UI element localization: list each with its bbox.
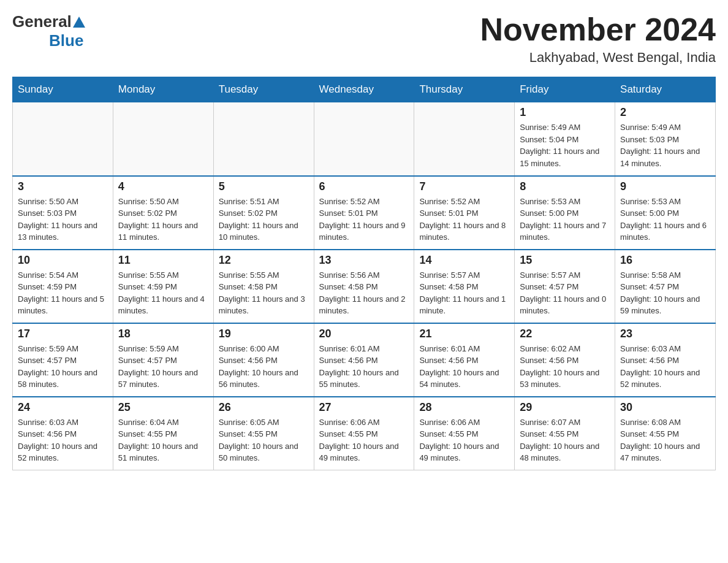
calendar-cell: 1Sunrise: 5:49 AMSunset: 5:04 PMDaylight…: [515, 102, 615, 176]
day-number: 28: [419, 401, 509, 414]
calendar-cell: 27Sunrise: 6:06 AMSunset: 4:55 PMDayligh…: [314, 397, 414, 470]
day-number: 12: [219, 254, 309, 267]
calendar-cell: 28Sunrise: 6:06 AMSunset: 4:55 PMDayligh…: [414, 397, 515, 470]
day-info: Sunrise: 6:03 AMSunset: 4:56 PMDaylight:…: [620, 343, 710, 391]
day-info: Sunrise: 5:52 AMSunset: 5:01 PMDaylight:…: [419, 196, 509, 243]
day-info: Sunrise: 5:50 AMSunset: 5:03 PMDaylight:…: [18, 196, 108, 243]
calendar-cell: 3Sunrise: 5:50 AMSunset: 5:03 PMDaylight…: [13, 176, 113, 250]
column-header-tuesday: Tuesday: [213, 77, 314, 102]
day-info: Sunrise: 6:01 AMSunset: 4:56 PMDaylight:…: [419, 343, 509, 391]
logo: General Blue: [12, 12, 86, 50]
column-header-monday: Monday: [113, 77, 213, 102]
day-number: 16: [620, 254, 710, 267]
day-number: 30: [620, 401, 710, 414]
page-header: General Blue November 2024 Lakhyabad, We…: [12, 12, 716, 66]
calendar-cell: [113, 102, 213, 176]
day-info: Sunrise: 5:49 AMSunset: 5:03 PMDaylight:…: [620, 121, 710, 169]
logo-triangle-icon: [73, 17, 85, 28]
calendar-cell: 16Sunrise: 5:58 AMSunset: 4:57 PMDayligh…: [615, 250, 716, 323]
calendar-cell: 22Sunrise: 6:02 AMSunset: 4:56 PMDayligh…: [515, 323, 615, 397]
day-number: 27: [319, 401, 409, 414]
logo-blue-text: Blue: [49, 31, 83, 50]
day-info: Sunrise: 6:02 AMSunset: 4:56 PMDaylight:…: [520, 343, 610, 391]
day-info: Sunrise: 5:54 AMSunset: 4:59 PMDaylight:…: [18, 269, 108, 317]
calendar-cell: 29Sunrise: 6:07 AMSunset: 4:55 PMDayligh…: [515, 397, 615, 470]
day-number: 9: [620, 180, 710, 193]
day-number: 18: [118, 327, 208, 340]
day-number: 17: [18, 327, 108, 340]
day-info: Sunrise: 6:07 AMSunset: 4:55 PMDaylight:…: [520, 416, 610, 464]
day-info: Sunrise: 5:57 AMSunset: 4:58 PMDaylight:…: [419, 269, 509, 317]
calendar-cell: 14Sunrise: 5:57 AMSunset: 4:58 PMDayligh…: [414, 250, 515, 323]
calendar-cell: 7Sunrise: 5:52 AMSunset: 5:01 PMDaylight…: [414, 176, 515, 250]
calendar-cell: [13, 102, 113, 176]
day-info: Sunrise: 5:53 AMSunset: 5:00 PMDaylight:…: [520, 196, 610, 243]
calendar-cell: 21Sunrise: 6:01 AMSunset: 4:56 PMDayligh…: [414, 323, 515, 397]
day-info: Sunrise: 5:59 AMSunset: 4:57 PMDaylight:…: [118, 343, 208, 391]
day-number: 23: [620, 327, 710, 340]
day-number: 3: [18, 180, 108, 193]
day-info: Sunrise: 6:00 AMSunset: 4:56 PMDaylight:…: [219, 343, 309, 391]
day-number: 15: [520, 254, 610, 267]
day-number: 26: [219, 401, 309, 414]
day-number: 4: [118, 180, 208, 193]
day-number: 19: [219, 327, 309, 340]
calendar-cell: 20Sunrise: 6:01 AMSunset: 4:56 PMDayligh…: [314, 323, 414, 397]
calendar-cell: 8Sunrise: 5:53 AMSunset: 5:00 PMDaylight…: [515, 176, 615, 250]
calendar-cell: 30Sunrise: 6:08 AMSunset: 4:55 PMDayligh…: [615, 397, 716, 470]
title-area: November 2024 Lakhyabad, West Bengal, In…: [480, 12, 716, 66]
day-info: Sunrise: 5:50 AMSunset: 5:02 PMDaylight:…: [118, 196, 208, 243]
logo-general-text: General: [12, 12, 72, 31]
day-info: Sunrise: 5:57 AMSunset: 4:57 PMDaylight:…: [520, 269, 610, 317]
day-info: Sunrise: 5:55 AMSunset: 4:59 PMDaylight:…: [118, 269, 208, 317]
calendar-cell: 9Sunrise: 5:53 AMSunset: 5:00 PMDaylight…: [615, 176, 716, 250]
calendar-cell: 23Sunrise: 6:03 AMSunset: 4:56 PMDayligh…: [615, 323, 716, 397]
day-number: 11: [118, 254, 208, 267]
day-info: Sunrise: 5:53 AMSunset: 5:00 PMDaylight:…: [620, 196, 710, 243]
day-info: Sunrise: 6:01 AMSunset: 4:56 PMDaylight:…: [319, 343, 409, 391]
column-header-sunday: Sunday: [13, 77, 113, 102]
calendar-cell: 26Sunrise: 6:05 AMSunset: 4:55 PMDayligh…: [213, 397, 314, 470]
calendar-cell: 19Sunrise: 6:00 AMSunset: 4:56 PMDayligh…: [213, 323, 314, 397]
day-info: Sunrise: 5:56 AMSunset: 4:58 PMDaylight:…: [319, 269, 409, 317]
day-info: Sunrise: 5:55 AMSunset: 4:58 PMDaylight:…: [219, 269, 309, 317]
day-info: Sunrise: 5:58 AMSunset: 4:57 PMDaylight:…: [620, 269, 710, 317]
day-number: 1: [520, 106, 610, 119]
calendar-cell: 2Sunrise: 5:49 AMSunset: 5:03 PMDaylight…: [615, 102, 716, 176]
day-info: Sunrise: 6:06 AMSunset: 4:55 PMDaylight:…: [319, 416, 409, 464]
calendar-table: SundayMondayTuesdayWednesdayThursdayFrid…: [12, 77, 716, 470]
day-info: Sunrise: 6:05 AMSunset: 4:55 PMDaylight:…: [219, 416, 309, 464]
column-header-thursday: Thursday: [414, 77, 515, 102]
calendar-cell: 17Sunrise: 5:59 AMSunset: 4:57 PMDayligh…: [13, 323, 113, 397]
day-number: 20: [319, 327, 409, 340]
day-info: Sunrise: 6:04 AMSunset: 4:55 PMDaylight:…: [118, 416, 208, 464]
calendar-week-row: 3Sunrise: 5:50 AMSunset: 5:03 PMDaylight…: [13, 176, 716, 250]
month-title: November 2024: [480, 12, 716, 47]
day-number: 14: [419, 254, 509, 267]
calendar-cell: 6Sunrise: 5:52 AMSunset: 5:01 PMDaylight…: [314, 176, 414, 250]
calendar-cell: [213, 102, 314, 176]
calendar-cell: 25Sunrise: 6:04 AMSunset: 4:55 PMDayligh…: [113, 397, 213, 470]
calendar-week-row: 17Sunrise: 5:59 AMSunset: 4:57 PMDayligh…: [13, 323, 716, 397]
day-number: 13: [319, 254, 409, 267]
day-info: Sunrise: 6:03 AMSunset: 4:56 PMDaylight:…: [18, 416, 108, 464]
day-number: 5: [219, 180, 309, 193]
day-info: Sunrise: 6:06 AMSunset: 4:55 PMDaylight:…: [419, 416, 509, 464]
day-number: 6: [319, 180, 409, 193]
calendar-cell: 18Sunrise: 5:59 AMSunset: 4:57 PMDayligh…: [113, 323, 213, 397]
day-number: 22: [520, 327, 610, 340]
calendar-cell: [414, 102, 515, 176]
calendar-week-row: 24Sunrise: 6:03 AMSunset: 4:56 PMDayligh…: [13, 397, 716, 470]
day-number: 10: [18, 254, 108, 267]
column-header-saturday: Saturday: [615, 77, 716, 102]
day-number: 8: [520, 180, 610, 193]
calendar-cell: 10Sunrise: 5:54 AMSunset: 4:59 PMDayligh…: [13, 250, 113, 323]
calendar-cell: 13Sunrise: 5:56 AMSunset: 4:58 PMDayligh…: [314, 250, 414, 323]
calendar-cell: 5Sunrise: 5:51 AMSunset: 5:02 PMDaylight…: [213, 176, 314, 250]
calendar-cell: 4Sunrise: 5:50 AMSunset: 5:02 PMDaylight…: [113, 176, 213, 250]
calendar-cell: 15Sunrise: 5:57 AMSunset: 4:57 PMDayligh…: [515, 250, 615, 323]
day-info: Sunrise: 5:59 AMSunset: 4:57 PMDaylight:…: [18, 343, 108, 391]
calendar-week-row: 1Sunrise: 5:49 AMSunset: 5:04 PMDaylight…: [13, 102, 716, 176]
calendar-cell: 24Sunrise: 6:03 AMSunset: 4:56 PMDayligh…: [13, 397, 113, 470]
day-info: Sunrise: 5:52 AMSunset: 5:01 PMDaylight:…: [319, 196, 409, 243]
